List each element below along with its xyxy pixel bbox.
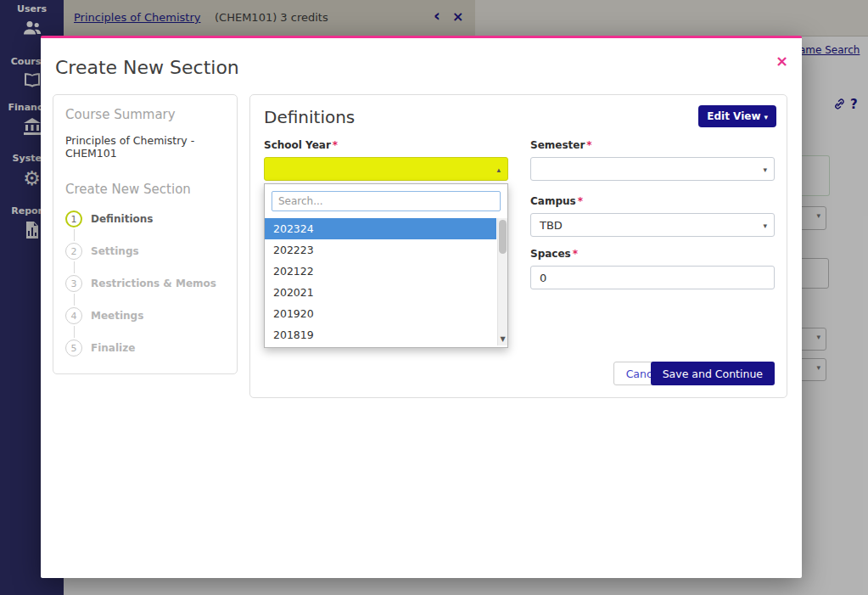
create-section-heading: Create New Section: [65, 182, 225, 197]
definitions-heading: Definitions: [264, 107, 355, 127]
step-meetings[interactable]: 4 Meetings: [65, 307, 225, 324]
step-number: 4: [65, 307, 82, 324]
edit-view-button[interactable]: Edit View▾: [698, 105, 776, 127]
step-settings[interactable]: 2 Settings: [65, 243, 225, 260]
step-number: 3: [65, 275, 82, 292]
step-label: Restrictions & Memos: [91, 278, 216, 289]
semester-select[interactable]: ▾: [530, 157, 775, 181]
campus-field: Campus* TBD ▾: [530, 195, 775, 237]
dropdown-options-list: 202324 202223 202122 202021 201920 20181…: [265, 218, 507, 345]
dropdown-option[interactable]: 201819: [265, 324, 496, 345]
edit-view-label: Edit View: [707, 110, 760, 122]
school-year-select[interactable]: ▴: [264, 157, 508, 181]
spaces-input[interactable]: [530, 266, 775, 289]
summary-card: Course Summary Principles of Chemistry -…: [53, 94, 238, 374]
campus-value: TBD: [540, 219, 563, 232]
step-label: Meetings: [91, 310, 143, 322]
required-asterisk: *: [586, 139, 591, 151]
school-year-dropdown: 202324 202223 202122 202021 201920 20181…: [264, 183, 508, 348]
course-summary-heading: Course Summary: [65, 107, 225, 122]
step-number: 5: [65, 340, 82, 356]
required-asterisk: *: [333, 139, 338, 151]
dropdown-scrollbar[interactable]: ▼: [497, 218, 507, 345]
modal-close-icon[interactable]: ×: [776, 52, 788, 70]
dropdown-option[interactable]: 202223: [265, 239, 496, 261]
chevron-down-icon: ▾: [763, 214, 767, 238]
dropdown-option[interactable]: 202021: [265, 282, 496, 303]
school-year-label: School Year*: [264, 139, 508, 154]
step-label: Definitions: [91, 213, 153, 225]
step-definitions[interactable]: 1 Definitions: [65, 210, 225, 227]
save-and-continue-button[interactable]: Save and Continue: [651, 362, 775, 385]
dropdown-search-input[interactable]: [272, 191, 501, 211]
step-number: 2: [65, 243, 82, 260]
create-section-modal: Create New Section × Course Summary Prin…: [41, 36, 802, 578]
course-name: Principles of Chemistry - CHEM101: [65, 134, 225, 160]
scroll-down-icon[interactable]: ▼: [498, 334, 507, 345]
campus-select[interactable]: TBD ▾: [530, 213, 775, 237]
dropdown-option[interactable]: 202324: [265, 218, 496, 239]
campus-label: Campus*: [530, 195, 775, 210]
dropdown-option[interactable]: 201920: [265, 303, 496, 324]
semester-field: Semester* ▾: [530, 139, 775, 181]
step-restrictions-memos[interactable]: 3 Restrictions & Memos: [65, 275, 225, 292]
spaces-field: Spaces*: [530, 248, 775, 289]
dropdown-option[interactable]: 202122: [265, 261, 496, 282]
screen: Principles of Chemistry (CHEM101) 3 cred…: [0, 0, 868, 595]
step-number: 1: [65, 210, 82, 227]
scrollbar-thumb[interactable]: [499, 220, 507, 254]
school-year-field: School Year* ▴ 202324 202223 202122 2020…: [264, 139, 508, 181]
required-asterisk: *: [578, 195, 583, 207]
spaces-label: Spaces*: [530, 248, 775, 263]
semester-label: Semester*: [530, 139, 775, 154]
step-label: Finalize: [91, 342, 135, 354]
chevron-up-icon: ▴: [496, 158, 501, 182]
step-label: Settings: [91, 245, 139, 257]
chevron-down-icon: ▾: [764, 113, 768, 121]
chevron-down-icon: ▾: [763, 158, 767, 182]
step-finalize[interactable]: 5 Finalize: [65, 340, 225, 356]
definitions-card: Definitions Edit View▾ School Year* ▴ 20…: [249, 94, 787, 398]
stepper: 1 Definitions 2 Settings 3 Restrictions …: [65, 210, 225, 356]
modal-title: Create New Section: [55, 57, 239, 78]
required-asterisk: *: [573, 248, 578, 260]
